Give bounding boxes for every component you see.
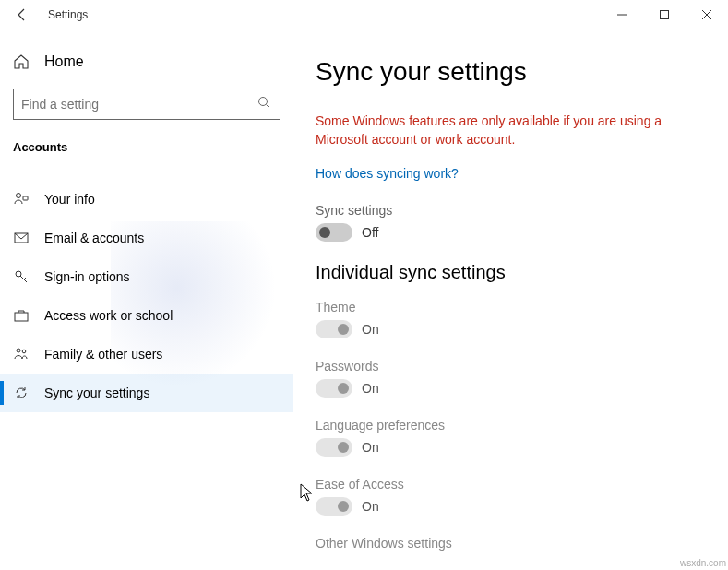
- toggle-state: On: [362, 499, 379, 514]
- window-controls: [601, 0, 728, 30]
- theme-label: Theme: [316, 300, 698, 315]
- category-title: Accounts: [0, 140, 293, 154]
- sidebar-item-label: Email & accounts: [44, 231, 144, 245]
- search-input[interactable]: [21, 97, 257, 112]
- toggle-state: On: [362, 381, 379, 396]
- theme-toggle[interactable]: [316, 320, 352, 338]
- sync-icon: [13, 385, 31, 401]
- back-button[interactable]: [0, 0, 44, 30]
- sidebar-item-work[interactable]: Access work or school: [0, 296, 293, 335]
- svg-line-5: [267, 105, 270, 109]
- sidebar-item-label: Your info: [44, 192, 95, 207]
- ease-label: Ease of Access: [316, 477, 698, 492]
- home-label: Home: [44, 53, 84, 70]
- sync-settings-toggle[interactable]: [316, 223, 352, 242]
- sidebar-item-label: Sync your settings: [44, 386, 149, 400]
- app-title: Settings: [48, 8, 88, 21]
- svg-rect-1: [661, 11, 669, 19]
- svg-point-4: [259, 98, 268, 106]
- key-icon: [13, 268, 31, 285]
- svg-point-6: [17, 194, 21, 198]
- language-toggle[interactable]: [316, 438, 352, 457]
- sidebar-item-signin[interactable]: Sign-in options: [0, 257, 293, 296]
- sidebar-item-your-info[interactable]: Your info: [0, 180, 293, 219]
- svg-rect-7: [23, 196, 28, 200]
- close-button[interactable]: [686, 0, 728, 30]
- toggle-state: On: [362, 440, 379, 455]
- people-icon: [13, 346, 31, 362]
- sidebar-item-sync[interactable]: Sync your settings: [0, 374, 293, 412]
- sidebar-item-family[interactable]: Family & other users: [0, 335, 293, 374]
- passwords-toggle[interactable]: [316, 379, 352, 398]
- maximize-button[interactable]: [643, 0, 686, 30]
- svg-point-11: [17, 349, 20, 352]
- main-content: Sync your settings Some Windows features…: [293, 30, 728, 570]
- warning-text: Some Windows features are only available…: [316, 113, 666, 148]
- language-label: Language preferences: [316, 418, 698, 433]
- home-nav[interactable]: Home: [0, 46, 293, 77]
- ease-toggle[interactable]: [316, 497, 352, 516]
- home-icon: [13, 53, 31, 70]
- search-box[interactable]: [13, 89, 280, 120]
- person-icon: [13, 191, 31, 208]
- sync-settings-label: Sync settings: [316, 203, 698, 218]
- section-title: Individual sync settings: [316, 262, 698, 283]
- toggle-state: Off: [362, 225, 378, 240]
- sidebar: Home Accounts Your info Email & accounts…: [0, 30, 293, 570]
- email-icon: [13, 230, 31, 246]
- briefcase-icon: [13, 307, 31, 324]
- toggle-state: On: [362, 322, 379, 337]
- titlebar: Settings: [0, 0, 728, 30]
- sidebar-item-label: Sign-in options: [44, 269, 130, 284]
- watermark: wsxdn.com: [680, 558, 726, 568]
- other-label: Other Windows settings: [316, 536, 698, 551]
- search-icon: [257, 96, 272, 113]
- page-title: Sync your settings: [316, 57, 698, 87]
- sidebar-item-email[interactable]: Email & accounts: [0, 219, 293, 257]
- svg-point-12: [22, 350, 26, 353]
- help-link[interactable]: How does syncing work?: [316, 166, 459, 181]
- sidebar-item-label: Family & other users: [44, 347, 162, 362]
- sidebar-item-label: Access work or school: [44, 308, 173, 323]
- svg-rect-10: [15, 313, 28, 321]
- minimize-button[interactable]: [601, 0, 643, 30]
- passwords-label: Passwords: [316, 359, 698, 374]
